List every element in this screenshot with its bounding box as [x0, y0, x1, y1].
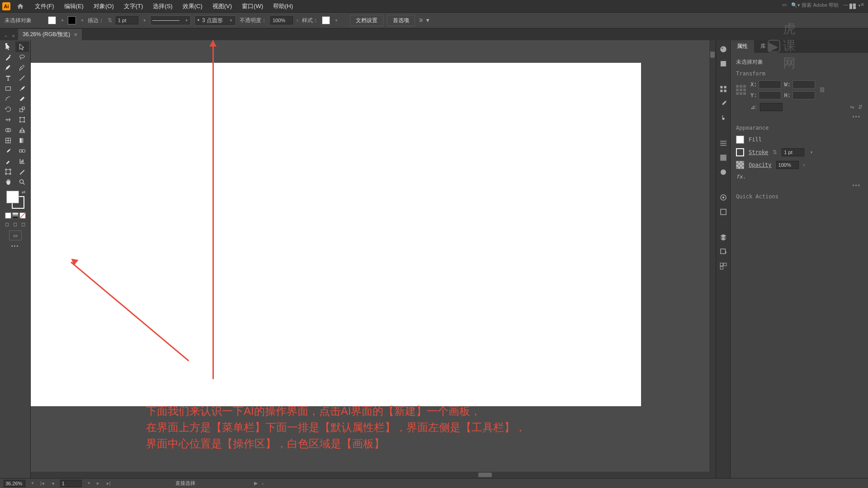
rectangle-tool[interactable]	[1, 83, 15, 94]
rotate-tool[interactable]	[1, 104, 15, 114]
blend-tool[interactable]	[15, 145, 29, 156]
graph-tool[interactable]	[15, 156, 29, 166]
first-artboard-icon[interactable]: |◂	[39, 480, 46, 486]
menu-view[interactable]: 视图(V)	[208, 0, 236, 12]
symbols-panel-icon[interactable]	[719, 113, 728, 122]
transform-more[interactable]: •••	[738, 114, 861, 120]
search-help[interactable]: 🔍▾ 搜索 Adobe 帮助	[791, 2, 839, 9]
last-artboard-icon[interactable]: ▸|	[105, 480, 112, 486]
menu-object[interactable]: 对象(O)	[89, 0, 118, 12]
curvature-tool[interactable]	[15, 62, 29, 73]
layers-panel-icon[interactable]	[719, 233, 728, 242]
flip-h-icon[interactable]: ⇋	[850, 104, 854, 110]
appearance-panel-icon[interactable]	[719, 193, 728, 202]
doc-setup-button[interactable]: 文档设置	[350, 15, 383, 26]
menu-effect[interactable]: 效果(C)	[178, 0, 207, 12]
stroke-stepper[interactable]: ⇅	[108, 17, 112, 23]
prev-artboard-icon[interactable]: ◂	[50, 480, 56, 486]
zoom-input[interactable]	[4, 480, 25, 487]
lasso-tool[interactable]	[15, 52, 29, 62]
flip-v-icon[interactable]: ⇵	[858, 104, 863, 110]
type-tool[interactable]	[1, 73, 15, 83]
menu-file[interactable]: 文件(F)	[30, 0, 59, 12]
color-mode-solid[interactable]	[5, 212, 11, 219]
scrollbar-horizontal[interactable]	[31, 472, 709, 478]
shaper-tool[interactable]	[1, 94, 15, 104]
paintbrush-tool[interactable]	[15, 83, 29, 94]
stroke-swatch[interactable]	[68, 16, 76, 24]
minimize-icon[interactable]: —	[843, 2, 848, 9]
tab-close-icon[interactable]: ×	[74, 31, 77, 38]
edit-toolbar[interactable]: •••	[1, 243, 29, 249]
swap-fill-stroke-icon[interactable]: ⇄	[22, 190, 25, 195]
menu-window[interactable]: 窗口(W)	[237, 0, 268, 12]
status-play-icon[interactable]: ▶	[254, 480, 258, 486]
scrollbar-vertical[interactable]	[709, 40, 716, 478]
appearance-stroke-swatch[interactable]	[736, 148, 744, 156]
panel-opacity-input[interactable]	[776, 161, 799, 169]
angle-input[interactable]	[760, 103, 783, 111]
transparency-panel-icon[interactable]	[719, 168, 728, 177]
slice-tool[interactable]	[15, 166, 29, 177]
zoom-tool[interactable]	[15, 177, 29, 187]
draw-inside-icon[interactable]: ◻	[20, 221, 27, 228]
tab-library[interactable]: 库	[754, 40, 772, 53]
screen-mode-button[interactable]: ▭	[9, 230, 22, 240]
artboard[interactable]	[31, 63, 641, 406]
document-tab[interactable]: 36.26% (RGB/预览) ×	[18, 29, 82, 40]
w-input[interactable]	[793, 80, 815, 89]
style-swatch[interactable]	[322, 16, 330, 24]
menu-help[interactable]: 帮助(H)	[269, 0, 297, 12]
graphic-styles-icon[interactable]	[719, 207, 728, 216]
fill-stroke-control[interactable]: ⇄	[6, 191, 24, 209]
width-tool[interactable]	[1, 114, 15, 125]
gradient-tool[interactable]	[15, 135, 29, 145]
gradient-panel-icon[interactable]	[719, 153, 728, 162]
color-mode-gradient[interactable]	[12, 212, 19, 219]
appearance-opacity-swatch[interactable]	[736, 161, 744, 169]
appearance-more[interactable]: •••	[738, 183, 861, 189]
panel-stroke-input[interactable]	[782, 148, 804, 156]
artboards-panel-icon[interactable]	[719, 262, 728, 271]
asset-export-icon[interactable]	[719, 247, 728, 256]
next-artboard-icon[interactable]: ▸	[95, 480, 101, 486]
stroke-panel-icon[interactable]	[719, 139, 728, 148]
free-transform-tool[interactable]	[15, 114, 29, 125]
magic-wand-tool[interactable]	[1, 52, 15, 62]
symbol-sprayer-tool[interactable]	[1, 156, 15, 166]
menu-select[interactable]: 选择(S)	[148, 0, 177, 12]
eraser-tool[interactable]	[15, 94, 29, 104]
color-panel-icon[interactable]	[719, 45, 728, 54]
menu-edit[interactable]: 编辑(E)	[60, 0, 88, 12]
artboard-num-input[interactable]	[60, 480, 82, 487]
tab-properties[interactable]: 属性	[731, 40, 754, 53]
color-mode-none[interactable]	[19, 212, 26, 219]
maximize-icon[interactable]: □	[853, 2, 856, 9]
brush-def[interactable]: • 3 点圆形 ▼	[194, 15, 236, 26]
home-icon[interactable]	[15, 1, 26, 12]
brushes-panel-icon[interactable]	[719, 99, 728, 108]
appearance-fill-swatch[interactable]	[736, 136, 744, 144]
h-input[interactable]	[793, 91, 815, 99]
fx-label[interactable]: fx.	[736, 174, 863, 180]
opacity-more[interactable]: ›	[297, 17, 298, 23]
color-guide-icon[interactable]	[719, 59, 728, 68]
artboard-tool[interactable]	[1, 166, 15, 177]
line-tool[interactable]	[15, 73, 29, 83]
x-input[interactable]	[759, 80, 781, 89]
swatches-panel-icon[interactable]	[719, 84, 728, 94]
stroke-profile[interactable]: ▼	[150, 15, 191, 25]
layout-icon[interactable]: ▭	[782, 2, 787, 9]
hand-tool[interactable]	[1, 177, 15, 187]
scale-tool[interactable]	[15, 104, 29, 114]
menu-type[interactable]: 文字(T)	[119, 0, 148, 12]
canvas-area[interactable]: 下面我们来认识一下AI的操作界面，点击AI界面的【新建】一个画板， 在界面上方是…	[31, 40, 716, 478]
perspective-tool[interactable]	[15, 125, 29, 135]
opacity-input[interactable]	[270, 16, 293, 24]
stroke-weight-input[interactable]	[116, 16, 138, 24]
control-more-icon[interactable]: ⚞ ▼	[419, 17, 430, 23]
draw-normal-icon[interactable]: ◻	[4, 221, 11, 228]
fill-swatch[interactable]	[48, 16, 56, 24]
mesh-tool[interactable]	[1, 135, 15, 145]
close-icon[interactable]: ✕	[860, 2, 864, 9]
